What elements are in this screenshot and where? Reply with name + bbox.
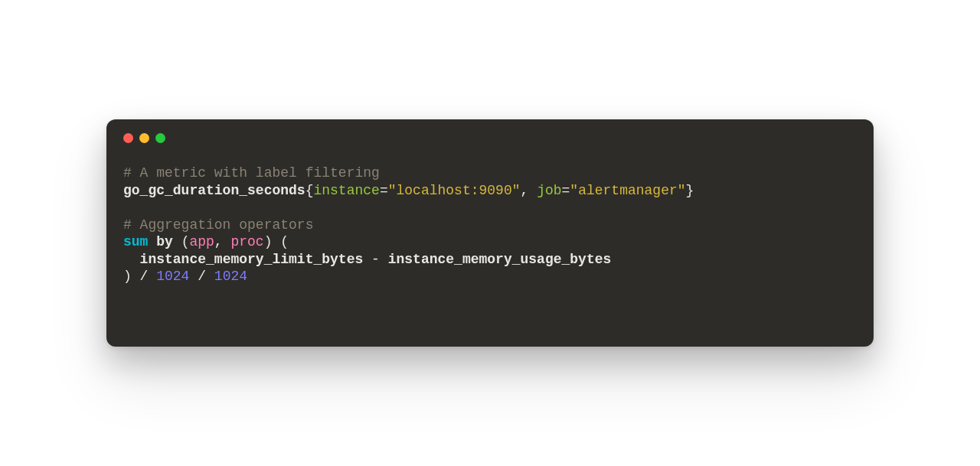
minimize-icon[interactable] [139,133,149,143]
window-controls [123,133,857,143]
code-number: 1024 [156,269,189,284]
code-eq: = [380,183,388,198]
code-eq: = [562,183,570,198]
code-ident: app [189,234,214,249]
stage: # A metric with label filtering go_gc_du… [0,0,980,466]
code-number: 1024 [214,269,247,284]
code-label: job [537,183,561,198]
code-metric: instance_memory_limit_bytes [140,252,364,267]
code-space [148,234,156,249]
code-string: "alertmanager" [570,183,685,198]
code-space [173,234,181,249]
code-space [273,234,281,249]
code-window: # A metric with label filtering go_gc_du… [106,119,874,347]
code-punc: ) [264,234,273,249]
code-punc: ( [181,234,190,249]
code-indent [123,252,140,267]
code-op: / [132,269,156,284]
code-metric: go_gc_duration_seconds [123,183,305,198]
code-ident: proc [230,234,263,249]
code-punc: } [686,183,694,198]
code-op: - [363,252,387,267]
code-punc: ) [123,269,132,284]
code-keyword: sum [123,234,148,249]
code-punc: ( [280,234,289,249]
code-punc: { [305,183,314,198]
code-keyword: by [156,234,173,249]
close-icon[interactable] [123,133,133,143]
code-op: / [189,269,214,284]
code-punc: , [214,234,231,249]
code-string: "localhost:9090" [388,183,521,198]
code-metric: instance_memory_usage_bytes [388,252,612,267]
code-label: instance [313,183,379,198]
code-comment: # Aggregation operators [123,217,313,233]
code-block: # A metric with label filtering go_gc_du… [123,165,857,285]
code-comment: # A metric with label filtering [123,165,380,181]
maximize-icon[interactable] [155,133,165,143]
code-punc: , [521,183,537,198]
